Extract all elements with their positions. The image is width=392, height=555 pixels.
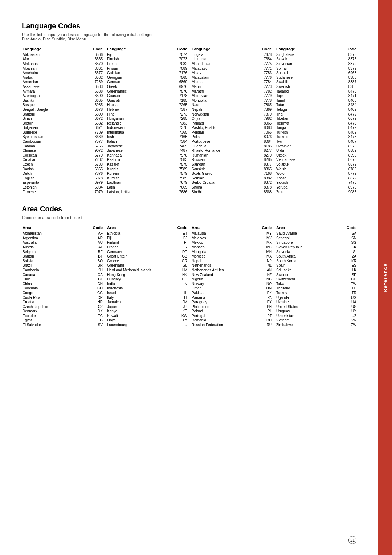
area-col-3: Area Code MalaysiaMYMaldivesMVMexicoMXMo… bbox=[191, 225, 275, 327]
table-row: Cambodian7577 bbox=[22, 139, 103, 144]
area-name: Spain bbox=[275, 263, 333, 268]
area-code: KR bbox=[333, 259, 357, 263]
lang-name: Amehairc bbox=[22, 70, 79, 75]
language-codes-table: Language Code Abkhazian6566Afar6565Afrik… bbox=[22, 46, 360, 194]
lang-name: Estonian bbox=[22, 185, 79, 190]
table-row: PolandPL bbox=[191, 309, 273, 314]
lang-name: Bengali; Bangla bbox=[22, 107, 79, 112]
table-row: Galician7176 bbox=[106, 70, 188, 75]
lang-name: Greenlandic bbox=[106, 89, 163, 94]
lang-name: Somali bbox=[275, 66, 328, 71]
table-row: IndiaIN bbox=[106, 281, 188, 286]
lang-name: Greek bbox=[106, 84, 163, 89]
area-name: Germany bbox=[106, 250, 172, 254]
table-row: Nepali7869 bbox=[191, 107, 273, 112]
lang-code: 8979 bbox=[328, 185, 357, 190]
area-name: Hong Kong bbox=[106, 272, 172, 277]
lang-code: 8065 bbox=[250, 121, 273, 126]
lang-code: 8375 bbox=[328, 57, 357, 62]
lang-code: 8575 bbox=[328, 144, 357, 149]
table-row: Singhalese8373 bbox=[275, 52, 357, 57]
lang-name: Quechua bbox=[191, 144, 250, 149]
table-row: Afar6565 bbox=[22, 57, 103, 62]
lang-code: 7282 bbox=[79, 158, 103, 162]
lang-col4-header-code: Code bbox=[328, 46, 357, 52]
table-row: Marathi7782 bbox=[191, 89, 273, 94]
lang-code: 7773 bbox=[250, 84, 273, 89]
area-name: Netherlands bbox=[191, 263, 252, 268]
area-name: Ecuador bbox=[22, 313, 79, 318]
area-name: Denmark bbox=[22, 309, 79, 314]
lang-code: 7784 bbox=[250, 80, 273, 85]
lang-code: 7879 bbox=[250, 112, 273, 117]
lang-col2-header-lang: Language bbox=[106, 46, 163, 52]
lang-col3-header-code: Code bbox=[250, 46, 273, 52]
area-code: AN bbox=[252, 268, 273, 272]
table-row: HungaryHU bbox=[106, 277, 188, 281]
area-code: EG bbox=[79, 318, 103, 323]
table-row: Polish8076 bbox=[191, 135, 273, 139]
lang-name: Icelandic bbox=[106, 121, 163, 126]
table-row: Thai8472 bbox=[275, 112, 357, 117]
area-code: FR bbox=[172, 245, 188, 250]
table-row: Kashmiri7583 bbox=[106, 158, 188, 162]
table-row: MongoliaMN bbox=[191, 250, 273, 254]
table-row: Rhaeto-Romance8277 bbox=[191, 148, 273, 153]
table-row: Slovenian8379 bbox=[275, 61, 357, 66]
language-codes-title: Language Codes bbox=[22, 22, 360, 30]
lang-code: 7473 bbox=[328, 181, 357, 185]
area-name: Afghanistan bbox=[22, 231, 79, 236]
area-col1-header-code: Code bbox=[79, 225, 103, 231]
area-name: New Zealand bbox=[191, 272, 252, 277]
table-row: Costa RicaCR bbox=[22, 295, 103, 300]
lang-name: Maltese bbox=[191, 80, 250, 85]
area-code: KE bbox=[172, 309, 188, 314]
area-code: GL bbox=[172, 263, 188, 268]
lang-code: 6577 bbox=[79, 70, 103, 75]
area-name: Japan bbox=[106, 304, 172, 309]
area-col-2: Area Code EthiopiaETFijiFJFinlandFIFranc… bbox=[106, 225, 191, 327]
lang-name: Latin bbox=[106, 185, 163, 190]
area-code: SE bbox=[333, 272, 357, 277]
area-name: Congo bbox=[22, 291, 79, 295]
sidebar-label: Reference bbox=[383, 263, 388, 292]
area-code: LY bbox=[172, 318, 188, 323]
area-code: VN bbox=[333, 318, 357, 323]
lang-name: Urdu bbox=[275, 148, 328, 153]
lang-name: Bulgarian bbox=[22, 126, 79, 130]
lang-name: Tonga bbox=[275, 126, 328, 130]
language-codes-section: Language Codes Use this list to input yo… bbox=[22, 22, 360, 194]
lang-name: Twi bbox=[275, 139, 328, 144]
table-row: EthiopiaET bbox=[106, 231, 188, 236]
table-row: Oriya7982 bbox=[191, 116, 273, 121]
lang-name: Cambodian bbox=[22, 139, 79, 144]
lang-code: 7185 bbox=[163, 98, 188, 103]
area-code: SN bbox=[333, 236, 357, 240]
area-code: AU bbox=[79, 240, 103, 245]
lang-name: Slovenian bbox=[275, 61, 328, 66]
lang-name: Norwegian bbox=[191, 112, 250, 117]
lang-name: Ukrainian bbox=[275, 144, 328, 149]
table-row: BelgiumBE bbox=[22, 250, 103, 254]
area-code: GR bbox=[172, 259, 188, 263]
lang-code: 8487 bbox=[328, 139, 357, 144]
lang-name: Thai bbox=[275, 112, 328, 117]
table-row: German6869 bbox=[106, 80, 188, 85]
lang-code: 7686 bbox=[163, 190, 188, 194]
area-name: South Korea bbox=[275, 259, 333, 263]
lang-name: Turkish bbox=[275, 130, 328, 135]
area-name: France bbox=[106, 245, 172, 250]
area-name: Nigeria bbox=[191, 277, 252, 281]
table-row: SloveniaSI bbox=[275, 250, 357, 254]
lang-name: Corsican bbox=[22, 153, 79, 158]
lang-name: Nepali bbox=[191, 107, 250, 112]
table-row: Tigrinya8473 bbox=[275, 121, 357, 126]
lang-name: Tatar bbox=[275, 103, 328, 108]
table-row: UkraineUA bbox=[275, 300, 357, 304]
lang-name: Irish bbox=[106, 135, 163, 139]
area-name: Zimbabwe bbox=[275, 323, 333, 327]
table-row: Finnish7073 bbox=[106, 57, 188, 62]
area-code: ZA bbox=[333, 254, 357, 259]
area-code: CA bbox=[79, 272, 103, 277]
lang-code: 7273 bbox=[163, 112, 188, 117]
